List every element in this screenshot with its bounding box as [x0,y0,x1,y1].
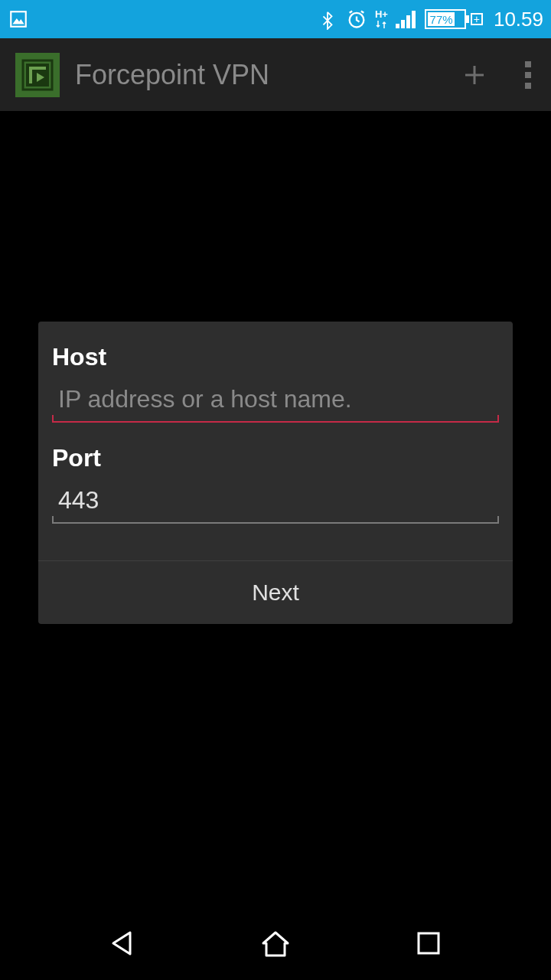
host-input[interactable] [52,381,499,421]
status-bar: H+ 77% + 10.59 [0,0,551,38]
mobile-data-icon: H+ [375,9,388,30]
svg-rect-11 [419,933,439,953]
host-port-dialog: Host Port Next [38,322,513,624]
overflow-menu-button[interactable] [520,57,536,93]
svg-rect-4 [401,20,405,28]
svg-rect-6 [412,11,416,28]
app-title: Forcepoint VPN [75,59,459,91]
port-input-underline [52,482,499,524]
svg-marker-1 [12,18,24,24]
status-clock: 10.59 [494,8,543,31]
app-icon [15,53,60,97]
host-label: Host [46,343,505,371]
navigation-bar [0,906,551,980]
battery-icon: 77% + [425,9,483,29]
svg-rect-5 [406,15,410,28]
next-button[interactable]: Next [38,580,513,606]
app-bar: Forcepoint VPN [0,38,551,111]
add-button[interactable] [459,60,490,90]
home-button[interactable] [256,924,295,962]
back-button[interactable] [103,924,142,962]
svg-rect-3 [396,24,399,28]
bluetooth-icon [317,8,338,30]
port-input[interactable] [52,482,499,522]
signal-icon [396,8,417,30]
svg-rect-0 [11,11,26,27]
image-notification-icon [8,8,29,30]
alarm-icon [346,8,367,30]
host-input-underline [52,381,499,423]
recent-apps-button[interactable] [409,924,448,962]
port-label: Port [46,444,505,472]
svg-marker-10 [113,933,130,954]
